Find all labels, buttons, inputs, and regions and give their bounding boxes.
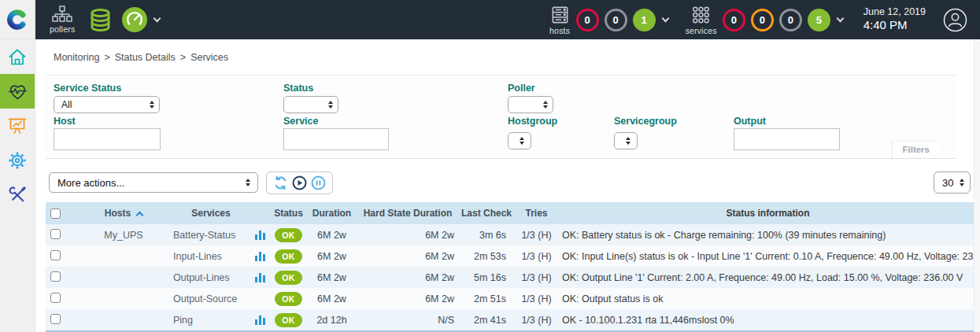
host-input[interactable] [54,128,161,150]
hostgroup-select[interactable] [508,132,531,149]
services-counter-1[interactable]: 0 [751,9,774,31]
services-counter-0[interactable]: 0 [723,9,745,31]
sidebar-item-reports[interactable] [0,109,35,143]
servicegroup-select[interactable] [614,132,638,149]
hosts-counter-0[interactable]: 0 [576,9,599,31]
service-input[interactable] [283,128,389,150]
services-counter-3[interactable]: 5 [808,9,830,31]
pause-icon [311,175,326,190]
scrollbar-gutter[interactable] [974,39,980,332]
sidebar-item-home[interactable] [0,39,35,74]
column-header-services[interactable]: Services [172,208,250,219]
sidebar-item-configuration[interactable] [0,143,35,178]
output-label: Output [734,116,766,127]
pause-button[interactable] [311,175,326,190]
pollers-status[interactable]: pollers [50,6,75,34]
filter-panel: Service Status All Status Poller Host Se… [46,75,956,159]
more-actions-select[interactable]: More actions... [49,172,258,193]
pollers-icon [52,6,72,24]
breadcrumb-status-details[interactable]: Status Details [115,52,176,63]
status-label: Status [283,83,313,94]
home-icon [7,47,28,67]
row-checkbox[interactable] [50,314,61,324]
breadcrumb-services[interactable]: Services [190,52,228,63]
service-link[interactable]: Battery-Status [173,230,235,241]
poller-select[interactable] [508,96,553,113]
refresh-icon [273,175,288,190]
breadcrumb-monitoring[interactable]: Monitoring [54,52,99,63]
sidebar-item-monitoring[interactable] [0,74,35,109]
hosts-counter-2[interactable]: 1 [633,9,656,31]
row-checkbox[interactable] [50,271,61,282]
status-information-cell: OK: Output status is ok [559,293,974,304]
last-check-cell: 2m 51s [459,293,514,304]
graph-icon[interactable] [255,230,265,240]
breadcrumb-separator: > [180,52,186,63]
graph-icon[interactable] [255,272,265,282]
services-counters: 0005 [717,9,830,31]
column-header-last-check[interactable]: Last Check [459,208,514,219]
status-select[interactable] [283,96,338,113]
column-header-duration[interactable]: Duration [307,208,357,219]
duration-cell: 6M 2w [307,230,357,241]
service-status-select[interactable]: All [54,96,160,113]
database-status[interactable] [87,7,113,33]
select-arrows-icon [543,101,548,109]
hosts-chevron-down-icon[interactable] [661,14,669,22]
status-information-cell: OK: Input Line(s) status is ok - Input L… [559,251,974,262]
user-icon [943,8,967,32]
column-header-status[interactable]: Status [270,208,307,219]
row-checkbox[interactable] [50,250,61,260]
poller-menu-chevron-down-icon[interactable] [153,14,161,22]
table-row[interactable]: Output-Source OK 6M 2w 6M 2w 2m 51s 1/3 … [46,288,974,309]
sidebar-item-administration[interactable] [0,178,35,212]
table-row[interactable]: Ping OK 2d 12h N/S 2m 41s 1/3 (H) OK - 1… [46,309,974,330]
graph-icon[interactable] [255,315,265,325]
hard-state-duration-cell: 6M 2w [357,230,459,241]
refresh-button-group [266,172,333,194]
service-link[interactable]: Input-Lines [173,251,222,262]
service-label: Service [283,116,318,127]
service-link[interactable]: Output-Lines [173,272,230,283]
column-header-hosts[interactable]: Hosts [76,208,172,219]
services-status[interactable]: services [686,5,717,35]
page-size-value: 30 [942,177,953,189]
current-time: 4:40 PM [864,18,926,33]
row-checkbox[interactable] [50,229,61,239]
table-row[interactable]: Input-Lines OK 6M 2w 6M 2w 2m 53s 1/3 (H… [46,245,974,267]
select-arrows-icon [520,137,524,145]
refresh-button[interactable] [273,175,288,190]
table-row[interactable]: Output-Lines OK 6M 2w 6M 2w 5m 16s 1/3 (… [46,267,974,288]
service-link[interactable]: Ping [173,315,193,326]
hard-state-duration-cell: 6M 2w [357,293,459,304]
services-chevron-down-icon[interactable] [836,14,844,22]
tries-cell: 1/3 (H) [514,251,559,262]
row-checkbox[interactable] [50,293,61,303]
user-menu[interactable] [943,8,967,32]
database-icon [87,7,113,33]
services-icon [690,5,712,25]
column-header-hard-state-duration[interactable]: Hard State Duration [357,208,459,219]
sort-asc-icon [136,211,144,219]
hosts-status[interactable]: hosts [549,5,571,35]
hosts-counter-1[interactable]: 0 [605,9,627,31]
hard-state-duration-cell: N/S [357,315,459,326]
service-link[interactable]: Output-Source [173,293,237,304]
table-row[interactable]: My_UPS Battery-Status OK 6M 2w 6M 2w 3m … [46,224,974,245]
services-counter-2[interactable]: 0 [779,9,802,31]
centreon-c-icon [6,9,28,31]
select-all-checkbox[interactable] [50,208,61,219]
filters-tab[interactable]: Filters [892,141,939,158]
tries-header-label: Tries [525,208,547,219]
play-button[interactable] [292,175,307,190]
graph-icon[interactable] [255,251,265,261]
centreon-logo[interactable] [0,0,35,39]
service-status-value: All [61,99,72,110]
play-icon [292,175,307,190]
output-input[interactable] [734,128,840,150]
column-header-tries[interactable]: Tries [514,208,559,219]
column-header-status-information[interactable]: Status information [559,208,974,219]
host-link[interactable]: My_UPS [104,230,142,241]
page-size-select[interactable]: 30 [934,172,971,194]
latency-status[interactable] [122,7,147,32]
